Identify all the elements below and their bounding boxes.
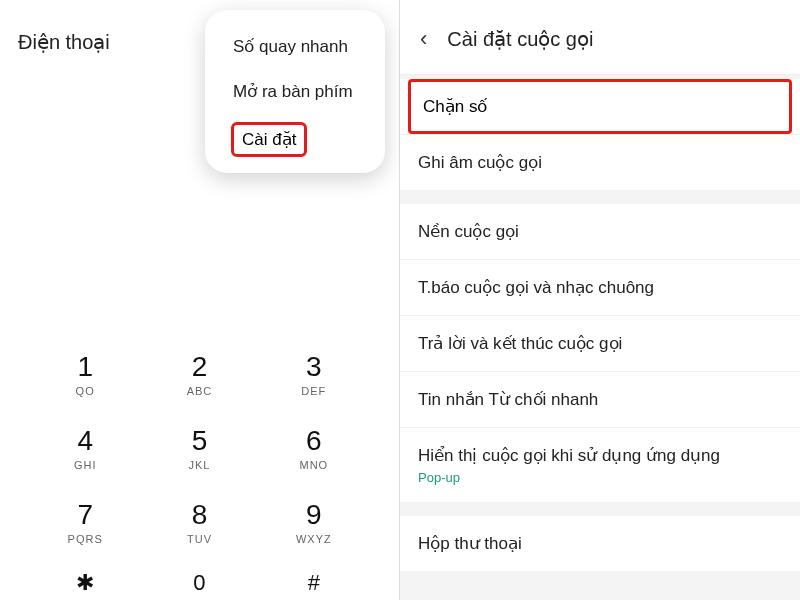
key-digit: # <box>308 572 320 594</box>
setting-label: Hiển thị cuộc gọi khi sử dụng ứng dụng <box>418 446 720 465</box>
key-6[interactable]: 6 MNO <box>257 412 371 486</box>
call-settings-pane: ‹ Cài đặt cuộc gọi Chặn số Ghi âm cuộc g… <box>400 0 800 600</box>
menu-settings-highlighted[interactable]: Cài đặt <box>231 122 307 157</box>
phone-pane: Điện thoại Số quay nhanh Mở ra bàn phím … <box>0 0 400 600</box>
key-sub: ABC <box>187 385 213 397</box>
key-digit: 6 <box>306 427 322 455</box>
setting-show-calls-in-apps[interactable]: Hiển thị cuộc gọi khi sử dụng ứng dụng P… <box>400 427 800 502</box>
key-digit: 5 <box>192 427 208 455</box>
key-sub: GHI <box>74 459 97 471</box>
key-digit: 4 <box>77 427 93 455</box>
setting-call-recording[interactable]: Ghi âm cuộc gọi <box>400 134 800 190</box>
key-digit: 1 <box>77 353 93 381</box>
setting-call-background[interactable]: Nền cuộc gọi <box>400 204 800 259</box>
key-sub: JKL <box>189 459 211 471</box>
setting-answer-end[interactable]: Trả lời và kết thúc cuộc gọi <box>400 315 800 371</box>
key-digit: ✱ <box>76 572 94 594</box>
overflow-menu: Số quay nhanh Mở ra bàn phím Cài đặt <box>205 10 385 173</box>
key-2[interactable]: 2 ABC <box>142 338 256 412</box>
settings-group-2: Nền cuộc gọi T.báo cuộc gọi và nhạc chuô… <box>400 204 800 502</box>
key-hash[interactable]: # <box>257 560 371 600</box>
key-0[interactable]: 0 <box>142 560 256 600</box>
setting-quick-decline[interactable]: Tin nhắn Từ chối nhanh <box>400 371 800 427</box>
key-5[interactable]: 5 JKL <box>142 412 256 486</box>
phone-title: Điện thoại <box>18 30 110 54</box>
key-digit: 3 <box>306 353 322 381</box>
key-sub: QO <box>76 385 95 397</box>
setting-subtext: Pop-up <box>418 470 782 485</box>
key-digit: 0 <box>193 572 205 594</box>
settings-group-3: Hộp thư thoại <box>400 516 800 571</box>
key-digit: 2 <box>192 353 208 381</box>
key-star[interactable]: ✱ <box>28 560 142 600</box>
key-8[interactable]: 8 TUV <box>142 486 256 560</box>
setting-voicemail[interactable]: Hộp thư thoại <box>400 516 800 571</box>
key-7[interactable]: 7 PQRS <box>28 486 142 560</box>
key-digit: 9 <box>306 501 322 529</box>
settings-title: Cài đặt cuộc gọi <box>447 27 593 51</box>
settings-group-1: Chặn số Ghi âm cuộc gọi <box>400 79 800 190</box>
key-1[interactable]: 1 QO <box>28 338 142 412</box>
back-icon[interactable]: ‹ <box>414 24 433 54</box>
key-digit: 7 <box>77 501 93 529</box>
key-3[interactable]: 3 DEF <box>257 338 371 412</box>
menu-speed-dial[interactable]: Số quay nhanh <box>227 24 363 69</box>
key-sub: DEF <box>301 385 326 397</box>
settings-header: ‹ Cài đặt cuộc gọi <box>400 0 800 75</box>
setting-block-numbers-highlighted[interactable]: Chặn số <box>408 79 792 134</box>
key-9[interactable]: 9 WXYZ <box>257 486 371 560</box>
key-sub: TUV <box>187 533 212 545</box>
key-4[interactable]: 4 GHI <box>28 412 142 486</box>
key-sub: WXYZ <box>296 533 332 545</box>
key-sub: MNO <box>299 459 328 471</box>
key-digit: 8 <box>192 501 208 529</box>
menu-open-keypad[interactable]: Mở ra bàn phím <box>227 69 363 114</box>
dialer-keypad: 1 QO 2 ABC 3 DEF 4 GHI 5 JKL 6 MNO <box>0 338 399 600</box>
setting-alerts-ringtone[interactable]: T.báo cuộc gọi và nhạc chuông <box>400 259 800 315</box>
key-sub: PQRS <box>68 533 103 545</box>
